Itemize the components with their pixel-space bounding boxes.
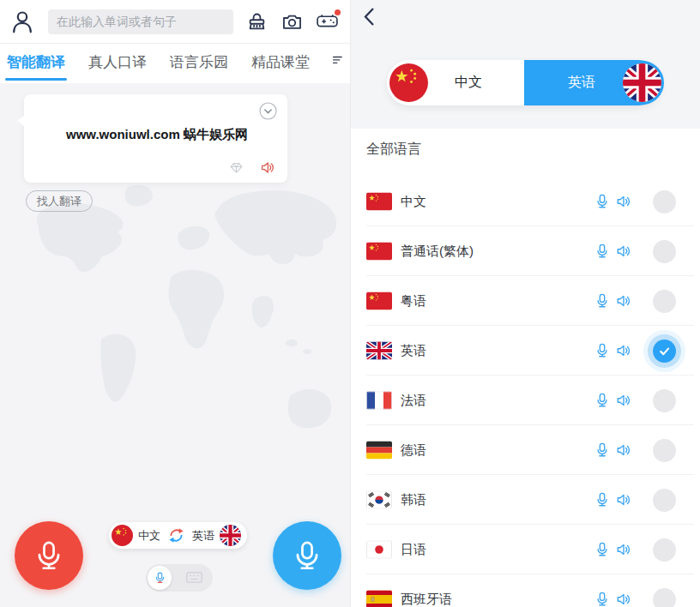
select-radio[interactable] bbox=[653, 340, 676, 363]
keyboard-icon bbox=[186, 572, 202, 583]
language-label: 英语 bbox=[401, 326, 426, 376]
speaker-icon[interactable] bbox=[616, 343, 631, 358]
speaker-icon[interactable] bbox=[616, 393, 631, 408]
language-flag-icon bbox=[366, 590, 392, 607]
select-radio[interactable] bbox=[653, 538, 676, 562]
translator-app: 智能翻译真人口译语言乐园精品课堂 bbox=[0, 0, 700, 607]
mic-icon[interactable] bbox=[594, 393, 610, 408]
mic-icon[interactable] bbox=[594, 442, 610, 458]
record-button-left[interactable] bbox=[15, 521, 83, 590]
target-flag-icon bbox=[620, 61, 664, 105]
segment-source-label: 中文 bbox=[455, 74, 482, 92]
menu-icon[interactable] bbox=[333, 55, 343, 72]
language-label: 粤语 bbox=[401, 276, 426, 326]
target-language-flag bbox=[220, 525, 241, 546]
top-bar bbox=[0, 0, 350, 44]
language-flag-icon bbox=[366, 192, 392, 211]
mic-icon[interactable] bbox=[594, 194, 610, 209]
language-flag-icon bbox=[366, 341, 392, 360]
input-mode-toggle[interactable] bbox=[146, 564, 213, 592]
language-flag-icon bbox=[366, 441, 392, 460]
source-flag-icon bbox=[389, 63, 428, 102]
select-radio[interactable] bbox=[653, 290, 676, 313]
toggle-knob bbox=[148, 566, 172, 590]
source-language-label[interactable]: 中文 bbox=[138, 528, 160, 544]
tab-0[interactable]: 智能翻译 bbox=[7, 44, 65, 83]
language-pair-selector: 中文 英语 bbox=[387, 60, 661, 105]
back-button[interactable] bbox=[359, 5, 382, 28]
speaker-icon[interactable] bbox=[260, 160, 275, 175]
source-language-flag bbox=[112, 525, 133, 546]
find-translator-button[interactable]: 找人翻译 bbox=[26, 190, 93, 212]
tab-1[interactable]: 真人口译 bbox=[88, 44, 147, 83]
translation-text: www.woniuwl.com 蜗牛娱乐网 bbox=[66, 127, 248, 143]
segment-target-label: 英语 bbox=[568, 74, 595, 92]
language-row[interactable]: 法语 bbox=[351, 376, 700, 425]
language-row[interactable]: 日语 bbox=[351, 525, 700, 574]
profile-icon[interactable] bbox=[10, 9, 34, 33]
mic-icon[interactable] bbox=[594, 243, 610, 259]
language-list: 中文 普通话(繁体) bbox=[351, 177, 700, 607]
select-radio[interactable] bbox=[653, 489, 676, 512]
language-flag-icon bbox=[366, 291, 392, 310]
speaker-icon[interactable] bbox=[616, 442, 631, 458]
speaker-icon[interactable] bbox=[616, 293, 631, 309]
language-label: 日语 bbox=[401, 525, 426, 574]
select-radio[interactable] bbox=[653, 588, 676, 607]
select-radio[interactable] bbox=[653, 190, 676, 213]
speaker-icon[interactable] bbox=[616, 592, 631, 607]
swap-languages-icon[interactable] bbox=[167, 526, 185, 544]
tab-bar: 智能翻译真人口译语言乐园精品课堂 bbox=[0, 44, 350, 83]
language-row[interactable]: 英语 bbox=[351, 326, 700, 376]
mic-icon[interactable] bbox=[594, 293, 610, 309]
mic-icon[interactable] bbox=[594, 343, 610, 358]
target-language-label[interactable]: 英语 bbox=[192, 528, 214, 544]
select-radio[interactable] bbox=[653, 439, 676, 462]
brush-icon[interactable] bbox=[245, 10, 269, 33]
language-picker-panel: 中文 英语 全部语言 bbox=[350, 0, 700, 607]
mic-icon[interactable] bbox=[594, 492, 610, 508]
language-label: 中文 bbox=[401, 177, 426, 226]
language-row[interactable]: 德语 bbox=[351, 425, 700, 475]
tab-bar-items: 智能翻译真人口译语言乐园精品课堂 bbox=[7, 44, 333, 83]
language-row[interactable]: 西班牙语 bbox=[351, 574, 700, 607]
language-flag-icon bbox=[366, 540, 392, 559]
language-row[interactable]: 普通话(繁体) bbox=[351, 226, 700, 276]
language-flag-icon bbox=[366, 490, 392, 509]
gem-icon[interactable] bbox=[229, 160, 244, 175]
tab-3[interactable]: 精品课堂 bbox=[251, 44, 310, 83]
search-input[interactable] bbox=[48, 9, 233, 34]
translate-panel: 智能翻译真人口译语言乐园精品课堂 bbox=[0, 0, 350, 607]
language-flag-icon bbox=[366, 242, 392, 261]
notification-dot bbox=[335, 9, 341, 15]
speaker-icon[interactable] bbox=[616, 492, 631, 508]
mic-icon[interactable] bbox=[594, 542, 610, 557]
language-label: 韩语 bbox=[401, 475, 426, 525]
world-map bbox=[0, 180, 350, 540]
camera-icon[interactable] bbox=[281, 10, 304, 33]
language-flag-icon bbox=[366, 391, 392, 410]
speaker-icon[interactable] bbox=[616, 243, 631, 259]
tab-2[interactable]: 语言乐园 bbox=[170, 44, 228, 83]
language-switcher: 中文 英语 bbox=[109, 522, 247, 549]
bubble-tail bbox=[17, 115, 25, 127]
collapse-button[interactable] bbox=[259, 102, 277, 120]
section-title: 全部语言 bbox=[366, 141, 421, 159]
mic-icon[interactable] bbox=[594, 592, 610, 607]
language-label: 普通话(繁体) bbox=[401, 226, 474, 276]
language-label: 西班牙语 bbox=[401, 574, 452, 607]
select-radio[interactable] bbox=[653, 389, 676, 412]
language-row[interactable]: 粤语 bbox=[351, 276, 700, 326]
card-actions bbox=[229, 160, 275, 175]
select-radio[interactable] bbox=[653, 240, 676, 263]
language-row[interactable]: 韩语 bbox=[351, 475, 700, 525]
gamepad-icon[interactable] bbox=[316, 10, 339, 33]
translation-card: www.woniuwl.com 蜗牛娱乐网 bbox=[24, 94, 287, 183]
speaker-icon[interactable] bbox=[616, 542, 631, 557]
speaker-icon[interactable] bbox=[616, 194, 631, 209]
language-label: 法语 bbox=[401, 376, 426, 425]
language-row[interactable]: 中文 bbox=[351, 177, 700, 226]
language-label: 德语 bbox=[401, 425, 426, 475]
record-button-right[interactable] bbox=[273, 521, 341, 590]
